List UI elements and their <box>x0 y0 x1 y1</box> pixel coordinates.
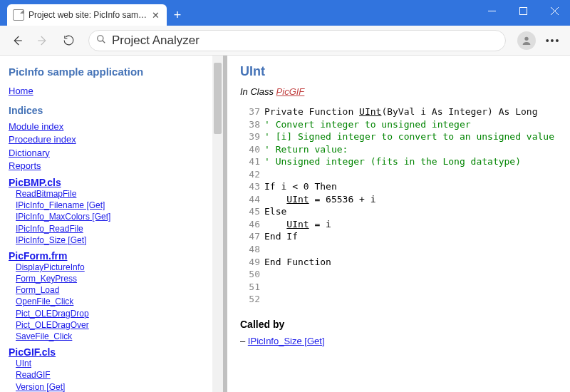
close-window-button[interactable] <box>539 0 570 21</box>
procedure-link[interactable]: Form_Load <box>16 284 214 296</box>
procedure-link[interactable]: Version [Get] <box>16 381 214 392</box>
procedure-link[interactable]: ReadBitmapFile <box>16 188 214 200</box>
svg-point-6 <box>98 36 103 41</box>
back-button[interactable] <box>6 29 28 52</box>
close-tab-button[interactable]: ✕ <box>150 10 161 21</box>
svg-line-7 <box>103 41 105 43</box>
svg-point-8 <box>524 36 528 40</box>
caller-item: – IPicInfo_Size [Get] <box>240 336 557 346</box>
code-listing: 37Private Function UInt(ByVal i As Integ… <box>240 105 557 306</box>
index-link[interactable]: Module index <box>9 120 214 133</box>
minimize-button[interactable] <box>476 0 507 21</box>
sidebar-nav: PicInfo sample application Home Indices … <box>0 56 223 392</box>
main-panel: UInt In Class PicGIF 37Private Function … <box>223 56 570 392</box>
browser-tab[interactable]: Project web site: PicInfo sample a ✕ <box>7 4 167 26</box>
module-link[interactable]: PicForm.frm <box>9 250 214 262</box>
sidebar-title: PicInfo sample application <box>9 66 214 78</box>
address-bar[interactable] <box>88 30 506 51</box>
home-link[interactable]: Home <box>9 85 214 98</box>
procedure-link[interactable]: DisplayPictureInfo <box>16 262 214 273</box>
search-icon <box>96 34 106 46</box>
callers-list: – IPicInfo_Size [Get] <box>240 336 557 346</box>
code-line: 39' [i] Signed integer to convert to an … <box>240 130 557 143</box>
code-line: 46 UInt = i <box>240 218 557 231</box>
code-line: 52 <box>240 293 557 306</box>
refresh-button[interactable] <box>57 29 80 52</box>
called-by-heading: Called by <box>240 319 557 330</box>
new-tab-button[interactable]: + <box>167 4 188 26</box>
forward-button[interactable] <box>31 29 54 52</box>
module-link[interactable]: PicGIF.cls <box>9 346 214 358</box>
index-link[interactable]: Dictionary <box>9 147 214 160</box>
more-menu-button[interactable]: ••• <box>542 29 564 52</box>
code-line: 43If i < 0 Then <box>240 180 557 193</box>
procedure-link[interactable]: Pict_OLEDragOver <box>16 319 214 331</box>
procedure-link[interactable]: Form_KeyPress <box>16 273 214 284</box>
profile-avatar[interactable] <box>517 31 536 50</box>
page-icon <box>13 9 24 21</box>
code-line: 48 <box>240 243 557 256</box>
code-line: 37Private Function UInt(ByVal i As Integ… <box>240 105 557 118</box>
module-link[interactable]: PicBMP.cls <box>9 177 214 188</box>
code-line: 41' Unsigned integer (fits in the Long d… <box>240 155 557 168</box>
procedure-link[interactable]: IPicInfo_Size [Get] <box>16 234 214 246</box>
svg-rect-1 <box>519 7 527 14</box>
code-line: 45Else <box>240 205 557 218</box>
page-content: PicInfo sample application Home Indices … <box>0 56 570 392</box>
procedure-link[interactable]: SaveFile_Click <box>16 331 214 342</box>
code-line: 49End Function <box>240 256 557 269</box>
scrollbar-thumb[interactable] <box>214 63 222 134</box>
procedure-link[interactable]: Pict_OLEDragDrop <box>16 308 214 319</box>
tab-title: Project web site: PicInfo sample a <box>28 10 150 20</box>
titlebar: Project web site: PicInfo sample a ✕ + <box>0 0 570 26</box>
sidebar-scrollbar[interactable] <box>212 56 223 392</box>
procedure-link[interactable]: IPicInfo_ReadFile <box>16 223 214 234</box>
code-line: 47End If <box>240 230 557 243</box>
procedure-title: UInt <box>240 64 557 79</box>
procedure-link[interactable]: OpenFile_Click <box>16 296 214 307</box>
in-class-line: In Class PicGIF <box>240 86 557 97</box>
class-link[interactable]: PicGIF <box>276 86 305 97</box>
procedure-link[interactable]: IPicInfo_Filename [Get] <box>16 200 214 211</box>
maximize-button[interactable] <box>507 0 539 21</box>
code-line: 42 <box>240 168 557 181</box>
procedure-link[interactable]: ReadGIF <box>16 369 214 381</box>
code-line: 40' Return value: <box>240 143 557 156</box>
procedure-link[interactable]: IPicInfo_MaxColors [Get] <box>16 211 214 222</box>
index-link[interactable]: Procedure index <box>9 133 214 146</box>
index-link[interactable]: Reports <box>9 160 214 172</box>
code-line: 50 <box>240 268 557 281</box>
code-line: 38' Convert integer to unsigned integer <box>240 118 557 131</box>
code-line: 44 UInt = 65536 + i <box>240 193 557 206</box>
code-line: 51 <box>240 281 557 294</box>
indices-heading: Indices <box>9 105 214 116</box>
browser-toolbar: ••• <box>0 26 570 56</box>
address-input[interactable] <box>110 33 498 48</box>
procedure-link[interactable]: UInt <box>16 358 214 369</box>
caller-link[interactable]: IPicInfo_Size [Get] <box>248 336 325 346</box>
